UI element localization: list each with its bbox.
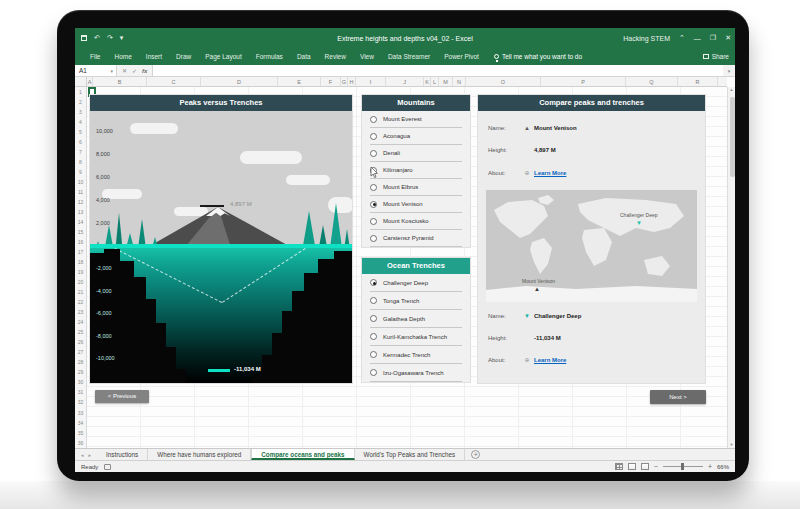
ribbon-tab[interactable]: Home [107,48,138,65]
radio-button-icon[interactable] [370,235,377,242]
sheet-nav-right-icon[interactable]: ▸ [89,452,92,458]
mountain-option[interactable]: Mount Everest [370,111,462,128]
name-box-dropdown-icon[interactable]: ▾ [110,68,116,74]
radio-button-icon[interactable] [370,351,377,358]
radio-button-icon[interactable] [370,333,377,340]
share-button[interactable]: Share [703,53,729,60]
row-header[interactable]: 14 [75,217,86,227]
radio-button-icon[interactable] [370,133,377,140]
insert-function-icon[interactable]: fx [142,68,147,74]
row-header[interactable]: 29 [75,367,86,377]
radio-button-icon[interactable] [370,116,377,123]
column-header[interactable]: I [356,77,386,86]
radio-button-icon[interactable] [370,315,377,322]
trench-option[interactable]: Kermadec Trench [370,346,462,364]
mountain-option[interactable]: Mount Venison [370,196,462,213]
row-header[interactable]: 25 [75,327,86,337]
column-header[interactable]: C [147,77,201,86]
row-header[interactable]: 15 [75,227,86,237]
zoom-level[interactable]: 66% [717,464,729,470]
row-header[interactable]: 19 [75,267,86,277]
row-header[interactable]: 30 [75,377,86,387]
column-header[interactable]: J [386,77,424,86]
row-header[interactable]: 23 [75,307,86,317]
zoom-slider[interactable] [663,466,703,467]
cancel-icon[interactable]: ✕ [122,67,127,74]
previous-button[interactable]: < Previous [95,390,149,403]
row-header[interactable]: 5 [75,127,86,137]
column-header[interactable]: E [278,77,321,86]
radio-button-icon[interactable] [370,184,377,191]
select-all-corner[interactable] [75,77,87,87]
sheet-tab[interactable]: World's Top Peaks and Trenches [355,449,466,460]
trench-option[interactable]: Galathea Depth [370,310,462,328]
row-header[interactable]: 13 [75,207,86,217]
zoom-in-icon[interactable]: + [708,463,712,470]
ribbon-tab[interactable]: Draw [169,48,198,65]
radio-button-icon[interactable] [370,201,377,208]
trench-option[interactable]: Tonga Trench [370,292,462,310]
radio-button-icon[interactable] [370,279,377,286]
column-header[interactable]: R [678,77,718,86]
trench-option[interactable]: Kuril-Kamchatka Trench [370,328,462,346]
row-header[interactable]: 20 [75,277,86,287]
peak-learn-more-link[interactable]: Learn More [534,170,566,176]
row-header[interactable]: 36 [75,438,86,448]
undo-icon[interactable]: ↶ [94,34,100,42]
mountain-option[interactable]: Carstensz Pyramid [370,230,462,247]
row-header[interactable]: 24 [75,317,86,327]
formula-bar-expand-icon[interactable]: ▾ [723,65,735,76]
ribbon-tab[interactable]: Data [290,48,318,65]
normal-view-icon[interactable] [615,463,623,470]
row-header[interactable]: 12 [75,197,86,207]
row-header[interactable]: 33 [75,408,86,418]
mountain-option[interactable]: Aconagua [370,128,462,145]
sheet-tab[interactable]: Instructions [97,449,148,460]
ribbon-tab[interactable]: Review [318,48,353,65]
trench-option[interactable]: Izu-Ogasawara Trench [370,364,462,382]
vertical-scroll-thumb[interactable] [730,97,735,177]
maximize-button[interactable]: ❐ [710,34,716,42]
mountain-option[interactable]: Kilimanjaro [370,162,462,179]
sheet-tab[interactable]: Where have humans explored [148,449,251,460]
ribbon-tab[interactable]: Data Streamer [381,48,437,65]
enter-icon[interactable]: ✓ [132,67,137,74]
sheet-tab[interactable]: Compare oceans and peaks [251,449,354,460]
row-header[interactable]: 16 [75,237,86,247]
row-header[interactable]: 31 [75,387,86,397]
radio-button-icon[interactable] [370,218,377,225]
column-header[interactable]: P [541,77,626,86]
mountain-option[interactable]: Denali [370,145,462,162]
column-header[interactable]: D [201,77,278,86]
ribbon-tab[interactable]: File [83,48,107,65]
row-header[interactable]: 21 [75,287,86,297]
column-header[interactable]: H [348,77,356,86]
tell-me-box[interactable]: Tell me what you want to do [494,53,582,60]
name-box[interactable]: A1 ▾ [75,65,117,76]
row-header[interactable]: 1 [75,87,86,97]
page-break-view-icon[interactable] [641,463,649,470]
row-header[interactable]: 2 [75,97,86,107]
column-header[interactable]: O [466,77,541,86]
column-header[interactable]: G [341,77,348,86]
zoom-slider-thumb[interactable] [681,463,684,470]
page-layout-view-icon[interactable] [628,463,636,470]
column-header[interactable]: N [453,77,466,86]
mountain-option[interactable]: Mount Elbrus [370,179,462,196]
sheet-nav-left-icon[interactable]: ◂ [81,452,84,458]
row-header[interactable]: 4 [75,117,86,127]
row-header[interactable]: 28 [75,357,86,367]
row-header[interactable]: 18 [75,257,86,267]
ribbon-tab[interactable]: Formulas [249,48,290,65]
save-icon[interactable] [81,35,87,41]
row-header[interactable]: 34 [75,418,86,428]
column-header[interactable]: Q [626,77,678,86]
vertical-scrollbar[interactable]: ▲ ▼ [727,87,735,448]
qat-more-icon[interactable]: ▾ [120,34,124,42]
minimize-button[interactable]: — [694,35,701,42]
ribbon-options-icon[interactable]: ⌃ [679,34,685,42]
radio-button-icon[interactable] [370,369,377,376]
close-button[interactable]: ✕ [725,34,731,42]
row-header[interactable]: 32 [75,397,86,407]
row-header[interactable]: 7 [75,147,86,157]
